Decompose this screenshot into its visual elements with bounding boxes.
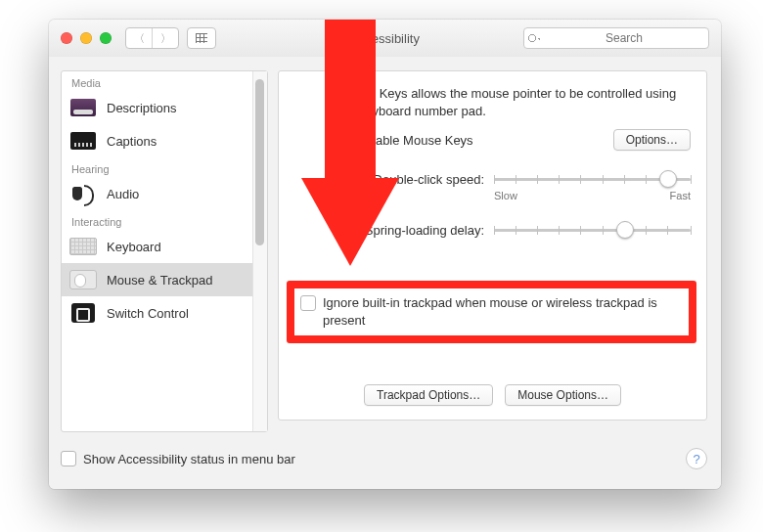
descriptions-icon bbox=[70, 99, 96, 116]
sidebar-item-label: Keyboard bbox=[107, 240, 161, 254]
help-button[interactable]: ? bbox=[686, 448, 707, 469]
spring-loading-thumb[interactable] bbox=[616, 221, 634, 239]
sidebar-item-label: Audio bbox=[107, 187, 139, 201]
sidebar: Media Descriptions Captions Hearing Audi… bbox=[61, 70, 268, 432]
close-button[interactable] bbox=[61, 32, 72, 44]
enable-mouse-keys-label: Enable Mouse Keys bbox=[360, 133, 473, 148]
settings-pane: Mouse Keys allows the mouse pointer to b… bbox=[278, 70, 707, 421]
minimize-button[interactable] bbox=[80, 32, 92, 44]
mouse-trackpad-icon bbox=[69, 270, 97, 289]
double-click-slider[interactable] bbox=[494, 170, 691, 188]
window-controls bbox=[49, 32, 112, 44]
double-click-label: Double-click speed: bbox=[337, 172, 494, 187]
sidebar-item-label: Mouse & Trackpad bbox=[107, 273, 212, 288]
trackpad-options-button[interactable]: Trackpad Options… bbox=[364, 384, 493, 406]
mouse-keys-options-button[interactable]: Options… bbox=[613, 129, 691, 151]
ignore-trackpad-checkbox[interactable] bbox=[300, 295, 316, 311]
titlebar: 〈 〉 Accessibility bbox=[49, 20, 721, 58]
window-body: Media Descriptions Captions Hearing Audi… bbox=[49, 57, 721, 489]
sidebar-item-switch-control[interactable]: Switch Control bbox=[62, 296, 253, 330]
captions-icon bbox=[70, 132, 96, 150]
spring-loading-slider[interactable] bbox=[494, 221, 691, 239]
keyboard-icon bbox=[69, 238, 97, 255]
nav-segmented: 〈 〉 bbox=[125, 27, 179, 49]
group-media: Media bbox=[62, 71, 253, 91]
switch-control-icon bbox=[71, 303, 95, 323]
zoom-button[interactable] bbox=[100, 32, 112, 44]
double-click-max: Fast bbox=[670, 190, 691, 201]
sidebar-item-descriptions[interactable]: Descriptions bbox=[62, 91, 253, 124]
double-click-thumb[interactable] bbox=[659, 170, 677, 188]
grid-icon bbox=[196, 33, 207, 43]
sidebar-item-label: Captions bbox=[107, 134, 157, 149]
preferences-window: 〈 〉 Accessibility Media Descriptions Cap… bbox=[49, 20, 721, 489]
ignore-trackpad-label: Ignore built-in trackpad when mouse or w… bbox=[323, 294, 683, 329]
sidebar-item-keyboard[interactable]: Keyboard bbox=[62, 230, 253, 263]
forward-button[interactable]: 〉 bbox=[152, 28, 178, 48]
sidebar-item-audio[interactable]: Audio bbox=[62, 177, 253, 210]
mouse-options-button[interactable]: Mouse Options… bbox=[505, 384, 621, 406]
scrollbar-thumb[interactable] bbox=[255, 79, 264, 245]
sidebar-scrollbar[interactable] bbox=[252, 71, 267, 431]
sidebar-item-captions[interactable]: Captions bbox=[62, 124, 253, 157]
spring-loading-label: Spring-loading delay: bbox=[337, 223, 494, 238]
mouse-keys-description: Mouse Keys allows the mouse pointer to b… bbox=[337, 85, 691, 119]
menubar-status-label: Show Accessibility status in menu bar bbox=[83, 452, 295, 466]
menubar-status-checkbox[interactable] bbox=[61, 451, 76, 466]
back-button[interactable]: 〈 bbox=[126, 28, 152, 48]
double-click-min: Slow bbox=[494, 190, 517, 201]
enable-mouse-keys-checkbox[interactable] bbox=[337, 132, 353, 148]
sidebar-item-truncated[interactable] bbox=[62, 330, 253, 349]
show-all-button[interactable] bbox=[187, 27, 216, 49]
sidebar-item-label: Switch Control bbox=[107, 306, 189, 321]
footer: Show Accessibility status in menu bar ? bbox=[61, 448, 707, 469]
search-input[interactable] bbox=[523, 27, 709, 49]
group-hearing: Hearing bbox=[62, 157, 253, 177]
group-interacting: Interacting bbox=[62, 210, 253, 230]
audio-icon bbox=[72, 183, 94, 204]
sidebar-item-label: Descriptions bbox=[107, 101, 177, 115]
sidebar-item-mouse-trackpad[interactable]: Mouse & Trackpad bbox=[62, 263, 253, 296]
